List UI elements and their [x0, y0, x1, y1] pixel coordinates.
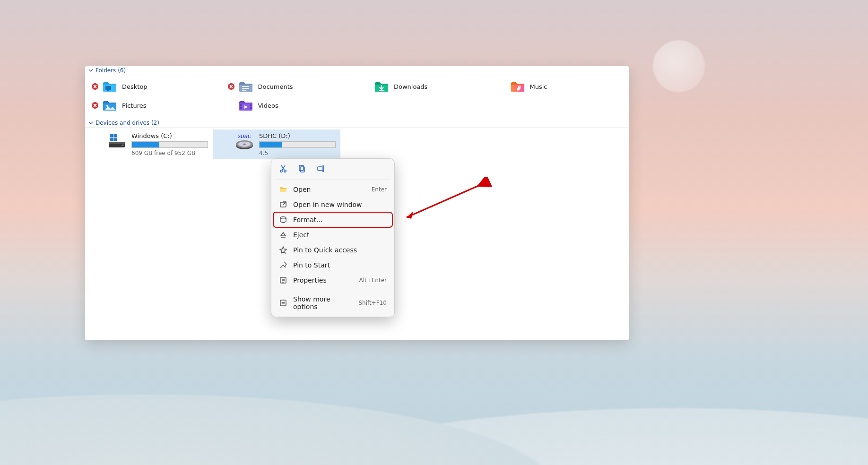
folder-label: Documents: [258, 83, 293, 90]
more-options-icon: [279, 299, 287, 307]
folder-downloads[interactable]: Downloads: [357, 77, 493, 96]
svg-rect-14: [113, 134, 117, 137]
folder-desktop[interactable]: Desktop: [85, 77, 221, 96]
videos-folder-icon: [238, 99, 253, 112]
folder-music[interactable]: Music: [493, 77, 629, 96]
svg-point-22: [280, 170, 282, 172]
folder-pictures[interactable]: Pictures: [85, 96, 221, 115]
menu-label: Show more options: [293, 295, 353, 310]
desktop-folder-icon: [102, 80, 117, 93]
svg-rect-4: [242, 90, 246, 91]
menu-separator: [276, 290, 390, 290]
menu-label: Pin to Start: [293, 261, 387, 269]
properties-icon: [279, 276, 287, 284]
menu-format[interactable]: Format...: [273, 212, 392, 227]
new-window-icon: [279, 200, 287, 209]
folders-section-label: Folders (6): [95, 67, 126, 74]
drive-free-text: 609 GB free of 952 GB: [131, 150, 208, 156]
menu-shortcut: Alt+Enter: [359, 277, 387, 284]
rename-button[interactable]: [316, 164, 326, 174]
folder-videos[interactable]: Videos: [221, 96, 357, 115]
folders-section-header[interactable]: Folders (6): [85, 66, 629, 75]
windows-drive-icon: [107, 132, 127, 150]
svg-rect-13: [110, 134, 113, 137]
pictures-folder-icon: [102, 99, 117, 112]
menu-separator: [276, 180, 390, 180]
sdhc-drive-icon: SDHC: [234, 132, 254, 150]
downloads-folder-icon: [374, 80, 389, 93]
eject-icon: [279, 231, 287, 239]
menu-show-more-options[interactable]: Show more options Shift+F10: [273, 292, 392, 314]
star-icon: [279, 246, 287, 254]
svg-rect-11: [109, 142, 125, 144]
drive-windows-c[interactable]: Windows (C:) 609 GB free of 952 GB: [85, 129, 213, 159]
cut-button[interactable]: [278, 164, 288, 174]
context-menu-toolbar: [273, 162, 392, 178]
folder-open-icon: [279, 185, 287, 194]
svg-rect-1: [107, 90, 109, 91]
folder-label: Desktop: [122, 83, 148, 90]
svg-rect-15: [110, 138, 113, 141]
copy-button[interactable]: [297, 164, 307, 174]
menu-label: Pin to Quick access: [293, 246, 387, 254]
sync-error-icon: [92, 102, 98, 109]
svg-rect-2: [242, 86, 249, 87]
drive-free-text: 4.5: [259, 150, 336, 156]
svg-point-5: [106, 105, 108, 107]
drives-section-label: Devices and drives (2): [95, 120, 159, 126]
menu-pin-quick-access[interactable]: Pin to Quick access: [273, 242, 392, 258]
folder-label: Pictures: [122, 102, 146, 109]
svg-text:SDHC: SDHC: [238, 134, 251, 139]
documents-folder-icon: [238, 80, 253, 93]
format-icon: [279, 215, 287, 224]
context-menu: Open Enter Open in new window Format... …: [271, 158, 395, 317]
svg-rect-26: [318, 167, 323, 171]
music-folder-icon: [510, 80, 525, 93]
sync-error-icon: [92, 83, 98, 90]
folder-label: Downloads: [394, 83, 427, 90]
sync-error-icon: [228, 83, 234, 90]
svg-rect-9: [250, 107, 252, 109]
menu-label: Eject: [293, 231, 387, 239]
svg-rect-7: [240, 107, 242, 109]
drive-usage-bar: [131, 141, 208, 148]
svg-rect-0: [105, 86, 111, 90]
folder-label: Music: [530, 83, 547, 90]
moon-decoration: [653, 40, 705, 92]
drives-section-header[interactable]: Devices and drives (2): [85, 119, 629, 128]
drive-usage-bar: [259, 141, 336, 148]
drive-sdhc-d[interactable]: SDHC SDHC (D:) 4.5: [213, 129, 340, 159]
folder-label: Videos: [258, 102, 278, 109]
svg-point-23: [284, 170, 286, 172]
svg-point-33: [284, 302, 285, 303]
drive-name: SDHC (D:): [259, 132, 336, 139]
menu-eject[interactable]: Eject: [273, 227, 392, 242]
menu-properties[interactable]: Properties Alt+Enter: [273, 273, 392, 288]
svg-rect-16: [113, 138, 117, 141]
menu-label: Properties: [293, 276, 353, 284]
svg-point-28: [280, 217, 286, 219]
folder-documents[interactable]: Documents: [221, 77, 357, 96]
svg-rect-3: [242, 88, 249, 89]
svg-rect-8: [250, 104, 252, 106]
drives-row: Windows (C:) 609 GB free of 952 GB SDHC …: [85, 128, 629, 159]
chevron-down-icon: [88, 120, 94, 126]
menu-shortcut: Shift+F10: [358, 300, 387, 306]
menu-open-new-window[interactable]: Open in new window: [273, 197, 392, 212]
svg-rect-6: [240, 104, 242, 106]
svg-point-20: [243, 144, 246, 145]
folders-grid: Desktop Documents Downloads Music: [85, 75, 629, 119]
menu-label: Open: [293, 186, 366, 193]
chevron-down-icon: [88, 68, 94, 73]
menu-open[interactable]: Open Enter: [273, 182, 392, 197]
menu-shortcut: Enter: [372, 186, 387, 193]
drive-name: Windows (C:): [131, 132, 208, 139]
menu-label: Format...: [293, 216, 387, 224]
pin-icon: [279, 261, 287, 269]
menu-pin-start[interactable]: Pin to Start: [273, 258, 392, 273]
menu-label: Open in new window: [293, 201, 387, 208]
svg-point-12: [122, 145, 123, 146]
